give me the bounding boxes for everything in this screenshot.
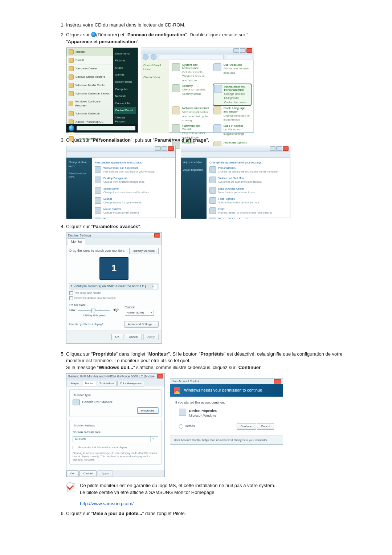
pw-row[interactable]: ThemeChange the theme.	[95, 218, 172, 219]
device-select[interactable]: 1. (Multiple Monitors) on NVIDIA GeForce…	[69, 283, 159, 290]
cp-cat-clock[interactable]: Clock, Language, and RegionChange keyboa…	[213, 106, 251, 122]
start-item[interactable]: Windows Calendar Backup	[66, 90, 113, 98]
start-item[interactable]: Welcome Center	[66, 65, 113, 73]
start-item[interactable]: Internet	[66, 48, 113, 56]
close-button[interactable]	[157, 374, 163, 378]
tab-color[interactable]: Color Management	[117, 381, 144, 386]
monitor-preview-icon[interactable]	[99, 257, 128, 280]
row-icon	[209, 166, 216, 173]
pw-row[interactable]: Window Color and AppearanceFine tune the…	[95, 166, 172, 174]
side-link[interactable]: Change desktop icons	[69, 161, 90, 168]
properties-button[interactable]: Properties	[137, 408, 158, 414]
start-item[interactable]: E-mail	[66, 56, 113, 65]
cp-side-classic[interactable]: Classic View	[143, 75, 167, 80]
tab-adapter[interactable]: Adapter	[68, 381, 82, 386]
close-button[interactable]	[283, 146, 289, 151]
app-icon	[69, 58, 74, 63]
start-item[interactable]: Windows Calendar	[66, 110, 113, 118]
cp-cat-users[interactable]: User AccountsAdd or remove user accounts	[213, 63, 251, 83]
titlebar: User Account Control	[170, 379, 283, 384]
main-monitor-checkbox[interactable]: This is my main monitor	[69, 291, 159, 295]
start-item[interactable]: Backup Status Restore	[66, 73, 113, 81]
start-item[interactable]: Connected Browser	[66, 135, 113, 143]
side-link[interactable]: Adjust font size (DPI)	[69, 172, 90, 179]
pw-row[interactable]: PersonalizationChange the visual style a…	[209, 166, 287, 174]
hide-modes-checkbox[interactable]: Hide modes that this monitor cannot disp…	[73, 446, 158, 449]
search-input[interactable]	[226, 54, 252, 59]
pw-row[interactable]: FontsPreview, delete, or show and hide f…	[209, 207, 287, 215]
pw-row[interactable]: Windows Sidebar PropertiesAdd gadgets to…	[209, 218, 287, 219]
maximize-button[interactable]	[162, 146, 167, 151]
group-monitor-settings: Monitor Settings Screen refresh rate: 60…	[69, 420, 162, 465]
start-right-item[interactable]: Recent Items	[114, 78, 136, 86]
apply-button[interactable]: Apply	[143, 334, 159, 340]
cancel-button[interactable]: Cancel	[257, 423, 274, 430]
identify-monitors-button[interactable]: Identify Monitors	[129, 248, 159, 254]
start-right-item[interactable]: Music	[114, 64, 136, 72]
start-right-item[interactable]: Games	[114, 71, 136, 78]
side-link[interactable]: Adjust resolution	[183, 161, 204, 164]
ok-button[interactable]: OK	[111, 334, 124, 340]
start-right-control-panel[interactable]: Control Panel	[114, 107, 136, 114]
extend-desktop-checkbox[interactable]: Extend the desktop onto this monitor	[69, 296, 159, 300]
monitor-row: Generic PnP Monitor	[73, 400, 158, 405]
start-item[interactable]: Windows Configure Program	[66, 98, 113, 110]
details-expander[interactable]: Details	[179, 424, 195, 429]
cp-cat-hardware[interactable]: Hardware and SoundPlay CDs or other medi…	[172, 124, 210, 139]
close-button[interactable]	[274, 379, 281, 384]
maximize-button[interactable]	[276, 146, 282, 151]
cancel-button[interactable]: Cancel	[125, 334, 142, 340]
pw-row[interactable]: Screen SaverChange the screen saver and …	[95, 187, 172, 194]
pw-row[interactable]: Desktop BackgroundChoose from available …	[95, 177, 172, 184]
colors-select[interactable]: Highest (32 bit)	[125, 310, 159, 316]
close-button[interactable]	[246, 48, 252, 53]
minimize-button[interactable]	[270, 146, 275, 151]
refresh-select[interactable]: 60 Hertz	[73, 436, 158, 442]
row-icon	[209, 177, 216, 183]
cp-cat-ease[interactable]: Ease of AccessLet Windows suggest settin…	[213, 124, 251, 139]
back-button[interactable]	[143, 54, 148, 60]
pw-row[interactable]: SoundsChange sounds for system events.	[95, 197, 172, 204]
advanced-settings-button[interactable]: Advanced Settings...	[124, 321, 159, 328]
close-button[interactable]	[168, 146, 174, 151]
start-right-item[interactable]: Computer	[114, 86, 136, 93]
pw-row[interactable]: Mouse PointersChange mouse pointer schem…	[95, 207, 172, 215]
close-button[interactable]	[154, 233, 160, 238]
pw-row[interactable]: Taskbar and Start MenuCustomize the Star…	[209, 177, 287, 184]
tab-monitor[interactable]: Monitor	[83, 381, 96, 386]
start-right-item[interactable]: Connect To	[114, 100, 136, 107]
apply-button[interactable]: Apply	[98, 470, 113, 477]
maximize-button[interactable]	[240, 48, 246, 53]
figure-step5: Generic PnP Monitor and NVIDIA GeForce 6…	[66, 373, 345, 477]
cp-side-home[interactable]: Control Panel Home	[143, 63, 167, 72]
step-5: Cliquez sur "Propriétés" dans l'onglet "…	[66, 351, 345, 507]
pw-row[interactable]: Ease of Access CenterMake the computer e…	[209, 187, 287, 194]
tab-monitor[interactable]: Monitor	[68, 238, 85, 245]
start-right-item[interactable]: Change Program	[114, 114, 136, 125]
start-search-input[interactable]	[77, 126, 135, 130]
forward-button[interactable]	[151, 54, 156, 60]
start-item[interactable]: Windows Media Center	[66, 81, 113, 90]
start-orb-icon[interactable]	[69, 125, 74, 131]
group-monitor-type: Monitor Type Generic PnP Monitor Propert…	[69, 389, 162, 417]
tab-troubleshoot[interactable]: Troubleshoot	[97, 381, 117, 386]
ok-button[interactable]: OK	[66, 470, 79, 477]
help-link[interactable]: How do I get the best display?	[69, 323, 103, 326]
samsung-link[interactable]: http://www.samsung.com/	[80, 501, 134, 506]
cancel-button[interactable]: Cancel	[79, 470, 97, 477]
continue-button[interactable]: Continue	[237, 423, 256, 430]
pw-row[interactable]: Folder OptionsSpecify how folders behave…	[209, 197, 287, 204]
resolution-slider[interactable]	[78, 309, 111, 311]
cp-cat-network[interactable]: Network and InternetView network status …	[172, 106, 210, 122]
cp-cat-system[interactable]: System and MaintenanceGet started with W…	[172, 63, 210, 83]
start-right-item[interactable]: Pictures	[114, 57, 136, 64]
start-right-item[interactable]: Network	[114, 93, 136, 100]
minimize-button[interactable]	[233, 48, 239, 53]
cp-cat-security[interactable]: SecurityCheck for updates Security statu…	[172, 84, 210, 105]
cp-cat-appearance[interactable]: Appearance and PersonalizationChange des…	[213, 84, 251, 105]
breadcrumb[interactable]	[159, 54, 224, 59]
figure-step3: Change desktop icons Adjust font size (D…	[66, 146, 345, 218]
minimize-button[interactable]	[155, 146, 161, 151]
start-right-item[interactable]: Documents	[114, 50, 136, 57]
side-link[interactable]: Adjust brightness	[183, 168, 204, 172]
